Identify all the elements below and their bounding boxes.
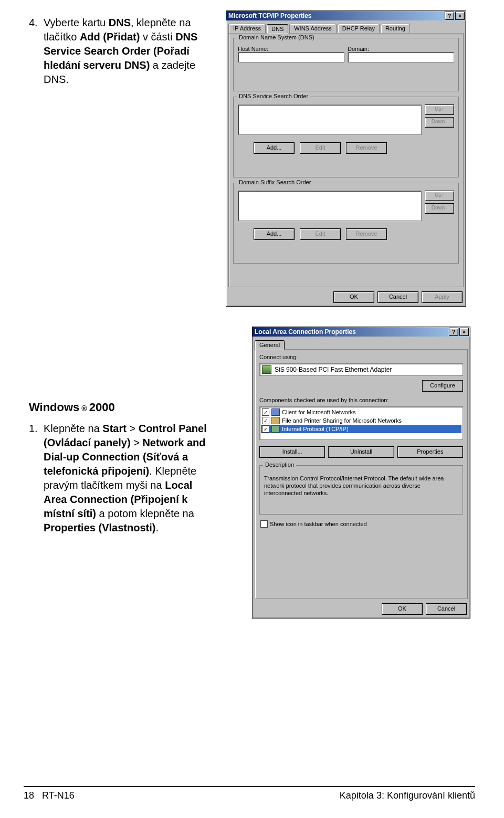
lac-title: Local Area Connection Properties (255, 328, 356, 335)
dns-up-button[interactable]: Up↑ (425, 104, 454, 115)
checkbox-icon[interactable]: ✓ (262, 425, 269, 433)
tcpip-title: Microsoft TCP/IP Properties (228, 12, 311, 19)
lac-properties-dialog: Local Area Connection Properties ? × Gen… (252, 327, 470, 618)
domain-input[interactable] (348, 52, 454, 62)
lac-titlebar[interactable]: Local Area Connection Properties ? × (253, 327, 470, 337)
lac-panel: Connect using: SiS 900-Based PCI Fast Et… (255, 349, 468, 599)
component-fileprint[interactable]: ✓ File and Printer Sharing for Microsoft… (261, 416, 461, 425)
components-list[interactable]: ✓ Client for Microsoft Networks ✓ File a… (259, 406, 463, 440)
step-4-number: 4. (29, 16, 44, 30)
tab-wins-address[interactable]: WINS Address (289, 24, 337, 33)
page-number: 18 (24, 790, 34, 801)
tab-general[interactable]: General (255, 340, 285, 350)
cancel-button[interactable]: Cancel (426, 603, 467, 615)
dns-add-button[interactable]: Add... (254, 142, 295, 154)
close-icon[interactable]: × (459, 328, 469, 336)
tcpip-panel: Domain Name System (DNS) Host Name: Doma… (228, 33, 464, 287)
suffix-up-button[interactable]: Up↑ (425, 191, 454, 201)
chapter-title: Kapitola 3: Konfigurování klientů (340, 790, 475, 801)
ok-button[interactable]: OK (333, 291, 374, 303)
properties-button[interactable]: Properties (397, 446, 463, 458)
cancel-button[interactable]: Cancel (377, 291, 418, 303)
component-tcpip[interactable]: ✓ Internet Protocol (TCP/IP) (261, 425, 461, 433)
dns-remove-button[interactable]: Remove (346, 142, 387, 154)
show-icon-row[interactable]: Show icon in taskbar when connected (259, 520, 463, 528)
dns-search-order-group: DNS Service Search Order Up↑ Down↓ Add..… (233, 97, 459, 177)
checkbox-icon[interactable] (260, 520, 268, 528)
suffix-down-button[interactable]: Down↓ (425, 203, 454, 214)
step-1-body: Klepněte na Start > Control Panel (Ovlád… (44, 422, 218, 535)
adapter-name: SiS 900-Based PCI Fast Ethernet Adapter (275, 366, 392, 373)
configure-button[interactable]: Configure (422, 380, 463, 392)
client-icon (271, 408, 280, 416)
step-1-number: 1. (29, 422, 44, 436)
dns-edit-button[interactable]: Edit (300, 142, 341, 154)
tab-ip-address[interactable]: IP Address (228, 24, 266, 33)
description-legend: Description (263, 462, 296, 468)
adapter-box: SiS 900-Based PCI Fast Ethernet Adapter (259, 363, 463, 376)
page-footer: 18 RT-N16 Kapitola 3: Konfigurování klie… (24, 786, 475, 801)
dns-search-order-legend: DNS Service Search Order (237, 93, 310, 99)
nic-icon (262, 365, 271, 374)
ok-button[interactable]: OK (382, 603, 423, 615)
host-name-input[interactable] (238, 52, 344, 62)
help-icon[interactable]: ? (445, 12, 454, 20)
checkbox-icon[interactable]: ✓ (262, 417, 269, 424)
host-name-label: Host Name: (238, 46, 344, 52)
tcpip-dialog-buttons: OK Cancel Apply (226, 289, 466, 306)
dns-search-order-list[interactable] (238, 104, 422, 135)
description-group: Description Transmission Control Protoco… (259, 465, 463, 515)
step-4: 4. Vyberte kartu DNS, klepněte na tlačít… (29, 16, 218, 87)
dns-group-legend: Domain Name System (DNS) (237, 34, 317, 40)
help-icon[interactable]: ? (449, 328, 458, 336)
apply-button[interactable]: Apply (422, 291, 463, 303)
install-button[interactable]: Install... (259, 446, 325, 458)
step-1: 1. Klepněte na Start > Control Panel (Ov… (29, 422, 218, 535)
domain-label: Domain: (348, 46, 454, 52)
checkbox-icon[interactable]: ✓ (262, 408, 269, 416)
dns-down-button[interactable]: Down↓ (425, 117, 454, 128)
component-client[interactable]: ✓ Client for Microsoft Networks (261, 408, 461, 416)
lac-dialog-buttons: OK Cancel (253, 601, 470, 618)
dns-groupbox: Domain Name System (DNS) Host Name: Doma… (233, 38, 459, 91)
tcpip-titlebar[interactable]: Microsoft TCP/IP Properties ? × (226, 11, 466, 20)
protocol-icon (271, 425, 280, 433)
close-icon[interactable]: × (455, 12, 465, 20)
suffix-remove-button[interactable]: Remove (346, 228, 387, 240)
tcpip-properties-dialog: Microsoft TCP/IP Properties ? × IP Addre… (226, 11, 466, 307)
components-label: Components checked are used by this conn… (259, 397, 463, 403)
lac-tabs: General (255, 340, 468, 349)
suffix-add-button[interactable]: Add... (254, 228, 295, 240)
uninstall-button[interactable]: Uninstall (328, 446, 394, 458)
domain-suffix-list[interactable] (238, 191, 422, 221)
step-4-body: Vyberte kartu DNS, klepněte na tlačítko … (44, 16, 218, 87)
tcpip-tabs: IP Address DNS WINS Address DHCP Relay R… (228, 24, 464, 33)
domain-suffix-legend: Domain Suffix Search Order (237, 179, 313, 185)
tab-dns[interactable]: DNS (267, 24, 288, 34)
product-model: RT-N16 (42, 790, 75, 801)
tab-routing[interactable]: Routing (381, 24, 410, 33)
show-icon-label: Show icon in taskbar when connected (270, 521, 367, 527)
connect-using-label: Connect using: (259, 354, 463, 360)
domain-suffix-group: Domain Suffix Search Order Up↑ Down↓ Add… (233, 183, 459, 264)
tab-dhcp-relay[interactable]: DHCP Relay (338, 24, 380, 33)
fileprint-icon (271, 417, 280, 424)
description-text: Transmission Control Protocol/Internet P… (264, 475, 458, 497)
suffix-edit-button[interactable]: Edit (300, 228, 341, 240)
